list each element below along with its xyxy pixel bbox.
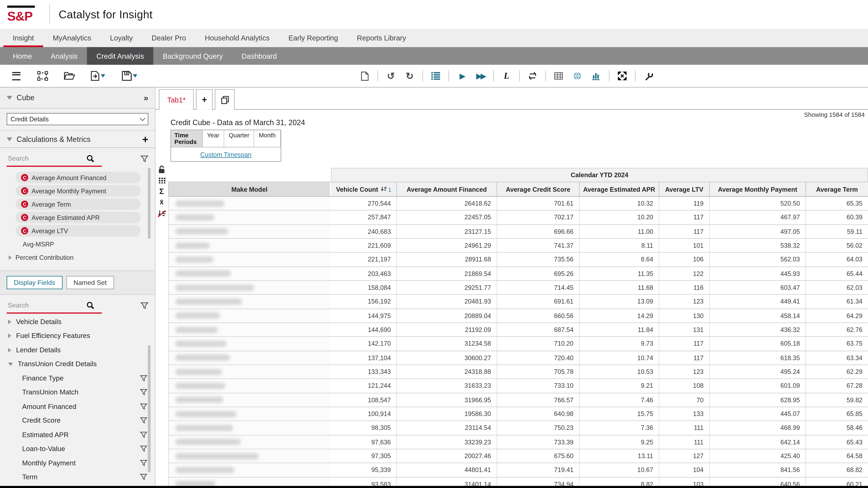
collapse-arrow-icon[interactable] [7,96,12,100]
filter-icon[interactable] [141,302,148,310]
metric-item[interactable]: C Average LTV [16,225,141,236]
collapse-panel-icon[interactable]: » [144,93,148,103]
table-row[interactable]: 158,084 29251.77 714.45 11.68 116 603.47… [168,281,868,295]
field-item[interactable]: Fuel Efficiency Features [0,329,155,343]
table-row[interactable]: 221,609 24961.29 741.37 8.11 101 538.32 … [168,239,868,253]
table-row[interactable]: 95,339 44801.41 719.41 10.67 104 841.56 … [168,463,868,478]
add-tab-button[interactable]: + [196,89,213,110]
unlock-icon[interactable] [158,165,165,173]
add-metric-icon[interactable]: + [142,134,149,144]
column-header-avg-credit-score[interactable]: Average Credit Score [497,182,580,196]
expand-arrow-icon[interactable] [8,319,11,324]
table-row[interactable]: 97,305 20027.46 675.60 13.11 127 425.40 … [168,449,868,463]
table-row[interactable]: 100,914 19586.30 640.98 15.75 133 445.07… [168,407,868,421]
table-row[interactable]: 156,192 20481.93 691.61 13.09 123 449.41… [168,295,868,309]
export-dropdown-caret[interactable] [101,74,105,78]
filter-icon[interactable] [140,460,147,466]
table-row[interactable]: 97,636 33239.23 733.39 9.25 111 642.14 6… [168,435,868,450]
table-row[interactable]: 142,170 31234.58 710.20 9.73 117 605.18 … [168,337,868,351]
new-document-icon[interactable] [355,69,374,83]
duplicate-tab-button[interactable] [215,89,235,110]
primary-nav-item[interactable]: Dealer Pro [142,29,195,47]
column-header-avg-estimated-apr[interactable]: Average Estimated APR [580,182,659,196]
primary-nav-item[interactable]: Insight [3,29,43,47]
undo-icon[interactable]: ↺ [381,69,400,83]
table-row[interactable]: 137,104 30600.27 720.40 10.74 117 618.35… [168,351,868,365]
metric-item[interactable]: C Average Amount Financed [16,172,141,183]
table-row[interactable]: 257,847 22457.05 702.17 10.20 117 467.97… [168,211,868,225]
primary-nav-item[interactable]: Loyalty [100,29,142,47]
repeat-icon[interactable] [523,69,542,83]
wrench-icon[interactable] [639,69,658,83]
bar-chart-icon[interactable] [587,69,606,83]
save-icon[interactable] [117,69,142,83]
expand-arrow-icon[interactable] [8,348,11,352]
sum-icon[interactable]: Σ [159,188,164,195]
select-area-icon[interactable] [33,69,52,83]
table-row[interactable]: 240,683 23127.15 696.66 11.00 117 497.05… [168,225,868,239]
field-item[interactable]: Term [0,470,155,484]
metric-item[interactable]: Avg-MSRP [23,238,141,250]
save-dropdown-caret[interactable] [133,74,137,78]
secondary-nav-item[interactable]: Dashboard [232,47,286,65]
filter-icon[interactable] [141,155,148,163]
tab-tab1[interactable]: Tab1* [159,89,194,110]
secondary-nav-item[interactable]: Home [3,47,41,65]
cube-select[interactable]: Credit Details [7,113,149,125]
time-period-option[interactable]: Year [203,130,224,147]
field-item[interactable]: Finance Type [0,371,155,385]
metrics-scrollbar[interactable] [148,168,151,239]
filter-icon[interactable] [140,389,147,396]
open-folder-icon[interactable] [60,69,79,83]
display-fields-button[interactable]: Display Fields [7,276,62,289]
table-row[interactable]: 221,197 28911.68 735.56 8.64 106 562.03 … [168,253,868,267]
field-item[interactable]: Vehicle Details [0,315,155,329]
table-row[interactable]: 98,305 23114.54 750.23 7.36 111 468.99 5… [168,421,868,435]
primary-nav-item[interactable]: MyAnalytics [43,29,100,47]
menu-icon[interactable] [7,69,26,83]
collapse-arrow-icon[interactable] [8,363,13,366]
column-header-vehicle-count[interactable]: Vehicle Count 1 [331,182,397,196]
search-icon[interactable] [87,301,95,309]
grid-icon[interactable] [158,177,165,183]
metric-item[interactable]: C Average Estimated APR [16,212,141,223]
fields-scrollbar[interactable] [148,345,151,472]
filter-icon[interactable] [140,403,147,410]
collapse-arrow-icon[interactable] [7,137,12,141]
secondary-nav-item[interactable]: Background Query [153,47,232,65]
horizontal-scrollbar[interactable] [0,486,868,488]
column-header-avg-monthly-payment[interactable]: Average Monthly Payment [710,182,806,196]
table-row[interactable]: 108,547 31966.95 766.57 7.46 70 628.95 5… [168,393,868,407]
custom-timespan-link[interactable]: Custom Timespan [200,151,252,158]
time-period-option[interactable]: Quarter [224,130,254,147]
expand-arrow-icon[interactable] [9,255,12,260]
table-row[interactable]: 144,690 21192.09 687.54 11.84 131 436.32… [168,323,868,337]
data-table-icon[interactable] [549,69,568,83]
field-item[interactable]: TransUnion Match [0,385,155,399]
filter-icon[interactable] [140,375,147,381]
filter-icon[interactable] [140,417,147,424]
filter-icon[interactable] [140,446,147,452]
named-set-button[interactable]: Named Set [66,276,114,289]
calculations-section-header[interactable]: Calculations & Metrics + [0,130,155,148]
expand-arrow-icon[interactable] [8,334,11,338]
time-period-option[interactable]: Month [254,130,281,147]
metric-item[interactable]: C Average Monthly Payment [16,185,141,197]
primary-nav-item[interactable]: Household Analytics [195,29,279,47]
field-item[interactable]: Lender Details [0,343,155,357]
run-all-icon[interactable]: ▶▶ [471,69,490,83]
field-item[interactable]: Estimated APR [0,428,155,442]
redo-icon[interactable]: ↻ [400,69,419,83]
table-row[interactable]: 144,975 20889.04 660.56 14.29 130 458.14… [168,309,868,323]
run-icon[interactable]: ▶ [452,69,471,83]
field-item[interactable]: Loan-to-Value [0,442,155,456]
field-item[interactable]: Credit Score [0,413,155,428]
script-icon[interactable]: L [497,69,516,83]
primary-nav-item[interactable]: Reports Library [347,29,415,47]
filter-icon[interactable] [140,431,147,438]
column-header-make-model[interactable]: Make Model [168,182,331,196]
column-header-avg-ltv[interactable]: Average LTV [659,182,710,196]
metrics-search-input[interactable] [7,154,87,163]
metric-item[interactable]: Percent Contribution [17,252,141,263]
field-item[interactable]: TransUnion Credit Details [0,357,155,371]
